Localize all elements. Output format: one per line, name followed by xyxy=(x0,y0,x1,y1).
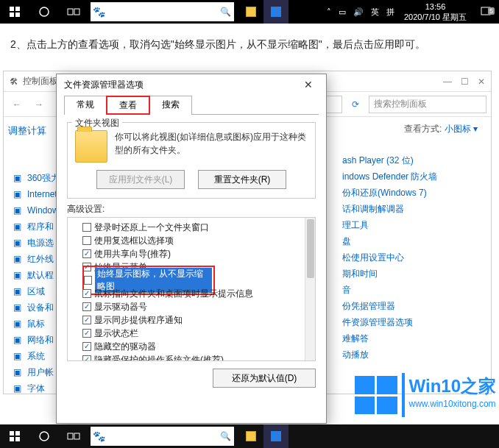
setting-item[interactable]: 显示状态栏 xyxy=(72,327,311,340)
refresh-button[interactable]: ⟳ xyxy=(347,96,364,113)
cp-item[interactable]: 松使用设置中心 xyxy=(339,249,491,266)
setting-label: 隐藏空的驱动器 xyxy=(94,341,156,353)
search-icon[interactable]: 🔍 xyxy=(218,431,235,441)
setting-item[interactable]: 登录时还原上一个文件夹窗口 xyxy=(72,221,311,234)
dialog-close-button[interactable]: ✕ xyxy=(298,79,319,90)
cp-item[interactable]: 难解答 xyxy=(339,330,491,346)
reset-folders-button[interactable]: 重置文件夹(R) xyxy=(198,170,286,189)
tab-search[interactable]: 搜索 xyxy=(149,96,192,115)
setting-item[interactable]: 使用复选框以选择项 xyxy=(72,234,311,247)
restore-defaults-button[interactable]: 还原为默认值(D) xyxy=(213,369,316,388)
cp-item[interactable]: 动播放 xyxy=(339,346,491,363)
checkbox[interactable] xyxy=(82,316,91,324)
cp-item[interactable]: 盘 xyxy=(339,233,491,249)
setting-item[interactable]: 隐藏受保护的操作系统文件(推荐) xyxy=(72,353,311,361)
cp-item-label: 话和调制解调器 xyxy=(342,203,404,216)
tray-ime1[interactable]: 英 xyxy=(367,0,383,24)
cp-item-icon: ▣ xyxy=(11,172,23,184)
svg-rect-11 xyxy=(15,437,20,441)
start-button-2[interactable] xyxy=(0,424,29,448)
setting-item[interactable]: 始终显示图标，从不显示缩略图 xyxy=(72,274,311,287)
forward-button[interactable]: → xyxy=(30,96,48,113)
setting-item[interactable]: 鼠标指向文件夹和桌面项时显示提示信息 xyxy=(72,287,311,300)
cortana-button-2[interactable] xyxy=(29,424,59,448)
advanced-settings-list[interactable]: 登录时还原上一个文件夹窗口使用复选框以选择项使用共享向导(推荐)始终显示菜单始终… xyxy=(67,217,316,361)
cp-item-label: 期和时间 xyxy=(342,268,378,280)
search-icon[interactable]: 🔍 xyxy=(218,7,235,17)
cp-item[interactable]: 份和还原(Windows 7) xyxy=(339,185,491,201)
back-button[interactable]: ← xyxy=(8,96,26,113)
checkbox[interactable] xyxy=(82,302,91,311)
checkbox[interactable] xyxy=(82,289,91,298)
svg-rect-1 xyxy=(15,7,20,11)
cp-item[interactable]: 音 xyxy=(339,282,491,298)
setting-item[interactable]: 显示驱动器号 xyxy=(72,300,311,313)
taskview-icon xyxy=(67,7,80,17)
tray-chevron[interactable]: ˄ xyxy=(323,0,335,24)
scrollbar[interactable] xyxy=(305,218,315,360)
taskbar-search[interactable]: 🐾 🔍 xyxy=(91,2,234,21)
start-button[interactable] xyxy=(0,0,29,24)
active-app-taskbar-icon[interactable] xyxy=(263,0,289,24)
cp-item-icon: ▣ xyxy=(11,237,23,249)
svg-rect-9 xyxy=(15,431,20,435)
svg-rect-13 xyxy=(68,433,73,439)
cp-item-label: 红外线 xyxy=(27,253,54,266)
checkbox[interactable] xyxy=(82,329,91,338)
taskview-button[interactable] xyxy=(59,0,88,24)
tray-clock[interactable]: 13:56 2020/7/10 星期五 xyxy=(398,1,473,22)
taskview-button-2[interactable] xyxy=(59,424,88,448)
view-value[interactable]: 小图标 ▾ xyxy=(445,124,478,134)
watermark-suffix: 之家 xyxy=(461,376,496,396)
setting-label: 显示驱动器号 xyxy=(94,301,147,313)
cp-search[interactable]: 搜索控制面板 xyxy=(369,96,486,113)
cortana-button[interactable] xyxy=(29,0,59,24)
checkbox[interactable] xyxy=(82,236,91,245)
view-label: 查看方式: xyxy=(404,124,442,134)
circle-icon xyxy=(38,6,50,18)
tray-volume-icon[interactable]: 🔊 xyxy=(350,0,367,24)
tab-view[interactable]: 查看 xyxy=(106,96,150,115)
checkbox[interactable] xyxy=(82,355,91,361)
cp-item[interactable]: ash Player (32 位) xyxy=(339,152,491,168)
checkbox[interactable] xyxy=(84,276,92,285)
maximize-button[interactable]: ☐ xyxy=(461,77,469,87)
cp-item-icon: ▣ xyxy=(11,366,23,378)
scrollbar-thumb[interactable] xyxy=(307,219,314,278)
setting-item[interactable]: 隐藏空的驱动器 xyxy=(72,340,311,353)
checkbox[interactable] xyxy=(82,223,91,232)
cp-item-label: 盘 xyxy=(342,235,351,248)
checkbox[interactable] xyxy=(82,342,91,351)
cp-item[interactable]: 期和时间 xyxy=(339,266,491,282)
cp-item-label: 动播放 xyxy=(342,349,369,361)
checkbox[interactable] xyxy=(82,249,91,258)
bottom-taskbar: 🐾 🔍 xyxy=(0,424,499,448)
cp-item[interactable]: indows Defender 防火墙 xyxy=(339,168,491,185)
cp-item-label: 份凭据管理器 xyxy=(342,300,395,313)
svg-rect-5 xyxy=(68,9,73,15)
explorer-taskbar-icon-2[interactable] xyxy=(238,424,263,448)
taskbar-search-2[interactable]: 🐾 🔍 xyxy=(91,427,234,446)
cp-item[interactable]: 话和调制解调器 xyxy=(339,201,491,217)
cp-item[interactable]: 份凭据管理器 xyxy=(339,298,491,314)
cp-item[interactable]: 理工具 xyxy=(339,217,491,233)
taskbar-search-input-2[interactable] xyxy=(107,427,218,445)
setting-item[interactable]: 显示同步提供程序通知 xyxy=(72,313,311,327)
taskbar-search-input[interactable] xyxy=(107,3,218,21)
cp-item-label: 用户帐 xyxy=(27,366,54,379)
apply-to-folders-button[interactable]: 应用到文件夹(L) xyxy=(96,170,185,189)
explorer-taskbar-icon[interactable] xyxy=(238,0,263,24)
tray-ime2[interactable]: 拼 xyxy=(383,0,398,24)
paw-icon: 🐾 xyxy=(91,430,107,442)
active-app-taskbar-icon-2[interactable] xyxy=(263,424,289,448)
notification-button[interactable]: 5 xyxy=(473,6,499,18)
close-button[interactable]: ✕ xyxy=(478,77,485,87)
cp-item-icon: ▣ xyxy=(11,334,23,346)
tray-network-icon[interactable]: ▭ xyxy=(335,0,350,24)
folder-view-group: 文件夹视图 你可以将此视图(如详细信息或图标)应用于这种类型的所有文件夹。 应用… xyxy=(67,122,316,199)
minimize-button[interactable]: — xyxy=(443,77,452,87)
cp-item[interactable]: 件资源管理器选项 xyxy=(339,314,491,330)
cp-item-label: 设备和 xyxy=(27,302,54,314)
setting-item[interactable]: 使用共享向导(推荐) xyxy=(72,247,311,260)
tab-general[interactable]: 常规 xyxy=(64,96,107,115)
